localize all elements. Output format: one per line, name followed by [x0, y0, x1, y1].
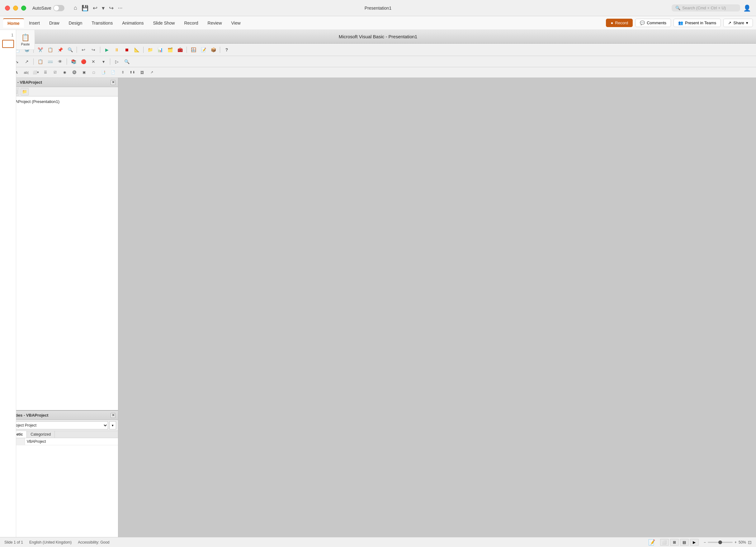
toolbar-sep-3 [100, 47, 100, 53]
zoom-level: 50% [739, 540, 746, 545]
redo-toolbar-icon[interactable]: ↪ [89, 46, 98, 54]
uf-frame[interactable]: ▣ [80, 68, 88, 77]
uf-tabstrip[interactable]: 📑 [99, 68, 108, 77]
uf-list[interactable]: ☰ [41, 68, 50, 77]
titlebar-icons: ⌂ 💾 ↩ ▾ ↪ ··· [74, 5, 123, 12]
home-icon[interactable]: ⌂ [74, 5, 77, 11]
copy-icon[interactable]: 📋 [46, 46, 54, 54]
user-icon[interactable]: 👤 [743, 4, 751, 12]
props-dropdown-arrow[interactable]: ▾ [109, 421, 116, 429]
present-in-teams-button[interactable]: 👥 Present in Teams [673, 19, 721, 27]
uf-combo[interactable]: ⬜▾ [31, 68, 40, 77]
add-watch[interactable]: 🔍 [122, 58, 131, 66]
search-box[interactable]: 🔍 Search (Cmd + Ctrl + U) [672, 4, 740, 12]
uf-toggle[interactable]: 🔘 [70, 68, 79, 77]
uf-refbutton[interactable]: ↗ [147, 68, 156, 77]
breakpoint-menu[interactable]: ▾ [99, 58, 108, 66]
uf-multipage[interactable]: 📄 [109, 68, 117, 77]
mac-titlebar: AutoSave ⌂ 💾 ↩ ▾ ↪ ··· Presentation1 🔍 S… [0, 0, 756, 16]
props-val-name[interactable]: VBAProject [25, 438, 118, 445]
autosave-toggle[interactable] [53, 5, 64, 11]
fit-slide-icon[interactable]: ⊡ [748, 540, 752, 545]
insert-class-icon[interactable]: 📦 [209, 46, 218, 54]
zoom-out-icon[interactable]: − [704, 540, 706, 545]
tab-slideshow[interactable]: Slide Show [149, 19, 179, 27]
debug-watch[interactable]: 👁 [56, 58, 64, 66]
comments-button[interactable]: 💬 Comments [635, 19, 671, 27]
grid-view-btn[interactable]: ⊞ [670, 539, 679, 546]
ppt-ribbon: Home Insert Draw Design Transitions Anim… [0, 16, 756, 30]
cut-icon[interactable]: ✂️ [36, 46, 45, 54]
uf-checkbox[interactable]: ☑ [51, 68, 59, 77]
paste-toolbar-icon[interactable]: 📌 [56, 46, 64, 54]
project-panel-close[interactable]: ✕ [111, 80, 116, 85]
help-icon[interactable]: ? [222, 46, 231, 54]
more-icon[interactable]: ··· [118, 5, 123, 11]
tab-home[interactable]: Home [3, 18, 24, 28]
uf-command[interactable]: □ [89, 68, 98, 77]
status-bar: Slide 1 of 1 English (United Kingdom) Ac… [0, 537, 756, 547]
uf-image[interactable]: 🖼 [138, 68, 146, 77]
callstack-icon[interactable]: 📚 [69, 58, 78, 66]
debug-immediate[interactable]: ⌨️ [46, 58, 54, 66]
tab-animations[interactable]: Animations [118, 19, 148, 27]
break-icon[interactable]: ⏸ [112, 46, 121, 54]
normal-view-btn[interactable]: ⬜ [660, 539, 669, 546]
design-mode-icon[interactable]: 📐 [132, 46, 141, 54]
vbe-code-area[interactable] [118, 78, 756, 547]
insert-userform-icon[interactable]: 🪟 [189, 46, 198, 54]
zoom-slider[interactable] [708, 542, 733, 543]
maximize-button[interactable] [21, 6, 26, 11]
tab-record[interactable]: Record [180, 19, 202, 27]
minimize-button[interactable] [13, 6, 18, 11]
uf-textbox[interactable]: ab| [22, 68, 31, 77]
slide-thumbnail[interactable] [2, 40, 14, 48]
tab-transitions[interactable]: Transitions [87, 19, 117, 27]
reset-icon[interactable]: ⏹ [122, 46, 131, 54]
share-dropdown-icon: ▾ [746, 21, 748, 25]
props-tab-categorized[interactable]: Categorized [27, 431, 55, 438]
reading-view-btn[interactable]: ▤ [680, 539, 689, 546]
debug-locals[interactable]: 📋 [36, 58, 45, 66]
object-browser-icon[interactable]: 🗂️ [166, 46, 174, 54]
project-explorer-icon[interactable]: 📁 [146, 46, 154, 54]
record-button[interactable]: ● Record [606, 19, 633, 27]
toolbox-icon[interactable]: 🧰 [176, 46, 184, 54]
project-toolbar: { } ⬜ 📁 [0, 87, 118, 97]
paste-area[interactable]: 📋 Paste [16, 30, 35, 50]
vba-project-item[interactable]: 🔧 VBAProject (Presentation1) [0, 98, 118, 105]
undo-toolbar-icon[interactable]: ↩ [79, 46, 88, 54]
run-to-cursor[interactable]: ▷ [112, 58, 121, 66]
tab-view[interactable]: View [227, 19, 245, 27]
undo-dropdown-icon[interactable]: ▾ [102, 5, 105, 12]
toggle-folders-btn[interactable]: 📁 [21, 88, 29, 96]
toolbar-sep-2 [77, 47, 77, 53]
present-in-teams-label: Present in Teams [685, 21, 716, 25]
properties-panel-close[interactable]: ✕ [111, 413, 116, 418]
tab-design[interactable]: Design [64, 19, 87, 27]
props-select[interactable]: VBAProject Project [2, 421, 108, 429]
redo-icon[interactable]: ↪ [109, 5, 114, 12]
uf-spinbutton[interactable]: ⬆⬇ [128, 68, 137, 77]
save-icon[interactable]: 💾 [82, 5, 88, 12]
zoom-thumb[interactable] [718, 540, 722, 544]
debug-step-out[interactable]: ↗ [22, 58, 31, 66]
share-button[interactable]: ↗ Share ▾ [723, 19, 753, 27]
run-icon[interactable]: ▶ [102, 46, 111, 54]
slideshow-view-btn[interactable]: ▶ [690, 539, 699, 546]
tab-draw[interactable]: Draw [45, 19, 64, 27]
tab-insert[interactable]: Insert [25, 19, 44, 27]
properties-icon[interactable]: 📊 [156, 46, 164, 54]
uf-scrollbar[interactable]: ⇕ [118, 68, 127, 77]
breakpoint-toggle[interactable]: 🔴 [79, 58, 88, 66]
breakpoint-clear[interactable]: ✕ [89, 58, 98, 66]
zoom-in-icon[interactable]: + [735, 540, 737, 545]
undo-icon[interactable]: ↩ [93, 5, 97, 12]
insert-module2-icon[interactable]: 📝 [199, 46, 208, 54]
tab-review[interactable]: Review [203, 19, 226, 27]
uf-option[interactable]: ◉ [60, 68, 69, 77]
notes-icon[interactable]: 📝 [648, 539, 655, 546]
find-icon[interactable]: 🔍 [66, 46, 74, 54]
record-dot-icon: ● [611, 21, 613, 25]
close-button[interactable] [5, 6, 10, 11]
